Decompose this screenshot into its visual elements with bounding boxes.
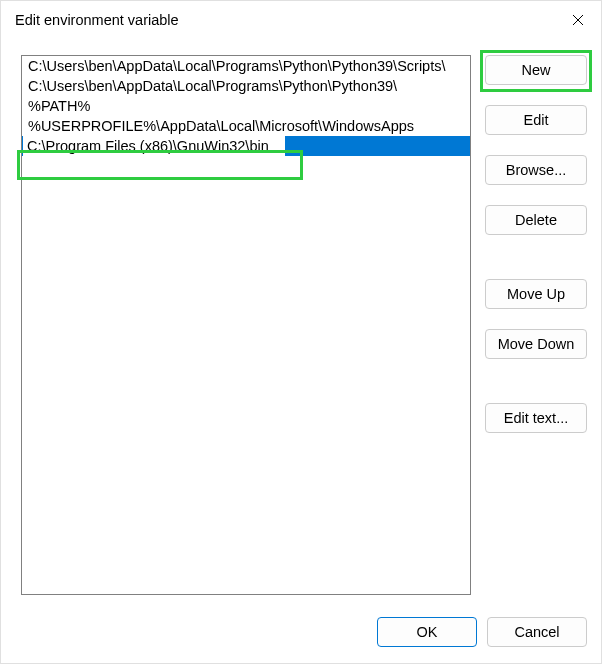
cancel-button[interactable]: Cancel [487, 617, 587, 647]
close-button[interactable] [555, 1, 601, 39]
close-icon [572, 14, 584, 26]
list-item[interactable]: C:\Users\ben\AppData\Local\Programs\Pyth… [22, 56, 470, 76]
edit-button[interactable]: Edit [485, 105, 587, 135]
list-item[interactable]: %PATH% [22, 96, 470, 116]
path-list[interactable]: C:\Users\ben\AppData\Local\Programs\Pyth… [21, 55, 471, 595]
side-buttons: New Edit Browse... Delete Move Up Move D… [485, 55, 587, 605]
ok-button[interactable]: OK [377, 617, 477, 647]
window-title: Edit environment variable [15, 12, 555, 28]
titlebar: Edit environment variable [1, 1, 601, 39]
path-edit-input[interactable] [22, 136, 286, 156]
new-button[interactable]: New [485, 55, 587, 85]
list-item-selected[interactable] [22, 136, 470, 156]
dialog-body: C:\Users\ben\AppData\Local\Programs\Pyth… [1, 39, 601, 605]
list-item[interactable]: %USERPROFILE%\AppData\Local\Microsoft\Wi… [22, 116, 470, 136]
list-wrap: C:\Users\ben\AppData\Local\Programs\Pyth… [21, 55, 471, 605]
delete-button[interactable]: Delete [485, 205, 587, 235]
edit-env-var-dialog: Edit environment variable C:\Users\ben\A… [0, 0, 602, 664]
edit-text-button[interactable]: Edit text... [485, 403, 587, 433]
list-item[interactable]: C:\Users\ben\AppData\Local\Programs\Pyth… [22, 76, 470, 96]
move-down-button[interactable]: Move Down [485, 329, 587, 359]
dialog-footer: OK Cancel [1, 605, 601, 663]
browse-button[interactable]: Browse... [485, 155, 587, 185]
move-up-button[interactable]: Move Up [485, 279, 587, 309]
